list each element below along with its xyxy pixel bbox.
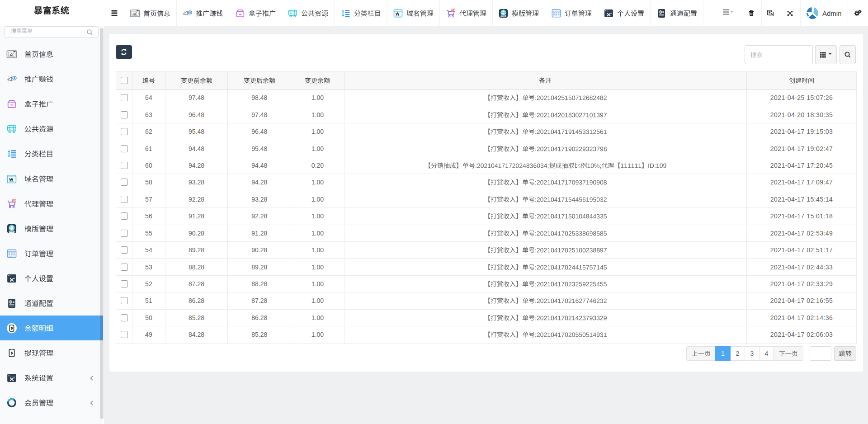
svg-text:HTML: HTML: [9, 231, 14, 233]
svg-text:HTML: HTML: [501, 15, 506, 17]
